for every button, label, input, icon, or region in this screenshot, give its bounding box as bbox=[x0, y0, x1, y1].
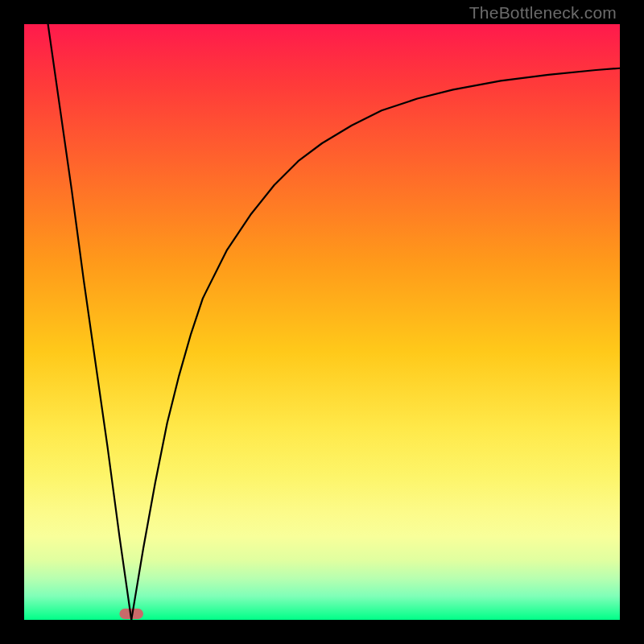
bottleneck-curve bbox=[48, 24, 620, 620]
plot-area bbox=[24, 24, 620, 620]
plot-svg bbox=[24, 24, 620, 620]
watermark-text: TheBottleneck.com bbox=[469, 3, 617, 23]
chart-frame: TheBottleneck.com bbox=[0, 0, 644, 644]
